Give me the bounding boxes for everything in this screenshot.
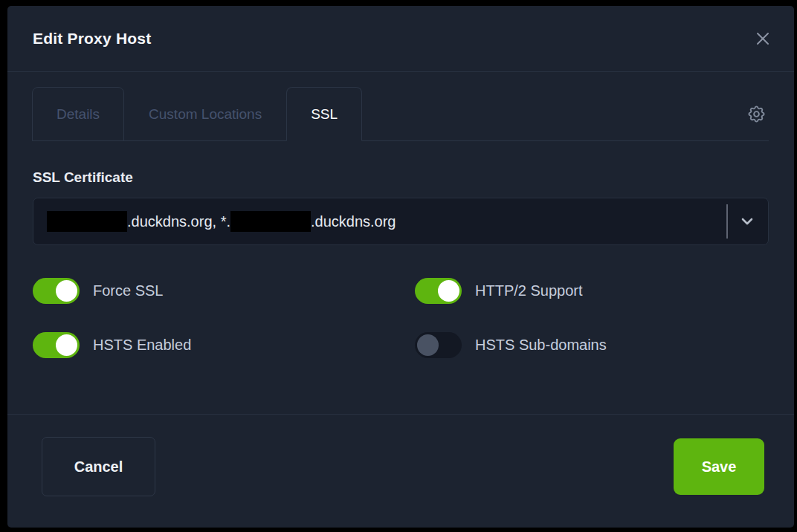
tab-custom-locations[interactable]: Custom Locations [124,87,286,141]
ssl-options: Force SSL HTTP/2 Support HSTS Enabled HS… [33,278,769,358]
force-ssl-toggle[interactable] [33,278,80,304]
ssl-certificate-value: .duckdns.org, *..duckdns.org [47,211,720,232]
select-separator [726,204,728,239]
toggle-knob [56,280,77,302]
hsts-enabled-label: HSTS Enabled [93,337,191,354]
ssl-certificate-label: SSL Certificate [33,169,769,186]
dialog-footer: Cancel Save [7,414,794,528]
tab-details[interactable]: Details [32,87,124,141]
tab-ssl[interactable]: SSL [286,87,362,141]
toggle-knob [417,334,439,356]
http2-support-option: HTTP/2 Support [415,278,769,304]
hsts-subdomains-option: HSTS Sub-domains [415,332,769,358]
redacted-text [47,211,127,232]
certificate-domain-text: .duckdns.org [311,213,396,230]
hsts-subdomains-label: HSTS Sub-domains [475,337,607,354]
force-ssl-option: Force SSL [33,278,415,304]
settings-button[interactable] [743,101,769,126]
http2-support-label: HTTP/2 Support [475,282,583,299]
cancel-button[interactable]: Cancel [42,437,155,496]
redacted-text [230,211,311,232]
hsts-enabled-option: HSTS Enabled [33,332,415,358]
toggle-knob [438,280,459,302]
chevron-down-icon [738,213,756,230]
gear-icon [746,104,767,124]
ssl-certificate-select[interactable]: .duckdns.org, *..duckdns.org [33,198,769,245]
tab-bar: Details Custom Locations SSL [32,87,769,141]
dialog-header: Edit Proxy Host [7,6,794,72]
force-ssl-label: Force SSL [93,282,163,299]
hsts-subdomains-toggle[interactable] [415,332,462,358]
close-icon [754,30,772,48]
save-button[interactable]: Save [674,438,764,495]
close-button[interactable] [749,25,776,52]
certificate-domain-text: .duckdns.org, *. [127,213,230,230]
edit-proxy-host-dialog: Edit Proxy Host Details Custom Locations… [7,6,794,528]
dialog-title: Edit Proxy Host [33,30,151,48]
hsts-enabled-toggle[interactable] [33,332,80,358]
toggle-knob [56,334,77,356]
ssl-tab-panel: SSL Certificate .duckdns.org, *..duckdns… [7,141,794,414]
http2-support-toggle[interactable] [415,278,462,304]
